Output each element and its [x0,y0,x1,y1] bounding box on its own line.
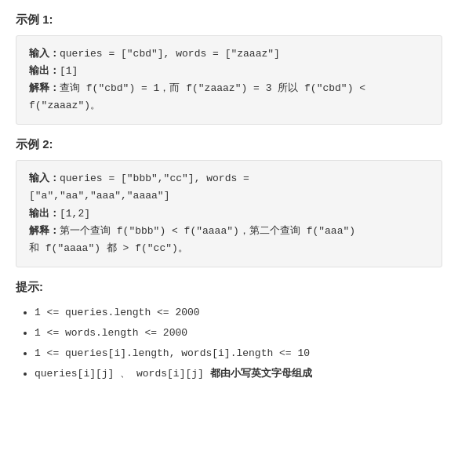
hint-item-2: 1 <= words.length <= 2000 [35,323,442,343]
example1-explain-value: 查询 f("cbd") = 1，而 f("zaaaz") = 3 所以 f("c… [29,82,365,111]
example1-input-value: queries = ["cbd"], words = ["zaaaz"] [60,48,280,60]
example1-output-value: [1] [60,65,78,77]
example2-title: 示例 2: [16,137,442,152]
example2-explain-value: 第一个查询 f("bbb") < f("aaaa")，第二个查询 f("aaa"… [60,225,355,237]
example1-explain-line: 解释：查询 f("cbd") = 1，而 f("zaaaz") = 3 所以 f… [29,80,429,114]
example2-input-value2: ["a","aa","aaa","aaaa"] [29,190,169,202]
hint-item-3: 1 <= queries[i].length, words[i].length … [35,343,442,364]
example1-input-label: 输入： [29,48,60,60]
example2-section: 示例 2: 输入：queries = ["bbb","cc"], words =… [16,137,442,267]
example2-explain-value2: 和 f("aaaa") 都 > f("cc")。 [29,242,188,254]
hints-section: 提示: 1 <= queries.length <= 2000 1 <= wor… [16,280,442,384]
example2-input-line2: ["a","aa","aaa","aaaa"] [29,187,429,205]
example2-box: 输入：queries = ["bbb","cc"], words = ["a",… [16,160,442,267]
example2-explain-line1: 解释：第一个查询 f("bbb") < f("aaaa")，第二个查询 f("a… [29,223,429,240]
example1-explain-label: 解释： [29,82,60,94]
example2-input-label: 输入： [29,173,60,184]
example1-input-line: 输入：queries = ["cbd"], words = ["zaaaz"] [29,45,429,63]
hint-item-1: 1 <= queries.length <= 2000 [35,303,442,323]
example1-title: 示例 1: [16,13,442,27]
example2-input-line1: 输入：queries = ["bbb","cc"], words = [29,170,429,187]
hint-item-4-prefix: queries[i][j] 、 words[i][j] [35,368,210,380]
example1-output-line: 输出：[1] [29,63,429,80]
hint-item-4: queries[i][j] 、 words[i][j] 都由小写英文字母组成 [35,364,442,384]
example2-explain-line2: 和 f("aaaa") 都 > f("cc")。 [29,240,429,257]
example2-output-line: 输出：[1,2] [29,205,429,223]
hint-item-2-text: 1 <= words.length <= 2000 [35,327,187,339]
example1-section: 示例 1: 输入：queries = ["cbd"], words = ["za… [16,13,442,125]
hint-item-3-text: 1 <= queries[i].length, words[i].length … [35,347,310,359]
hints-title: 提示: [16,280,442,295]
hints-list: 1 <= queries.length <= 2000 1 <= words.l… [16,303,442,384]
example2-explain-label: 解释： [29,225,60,237]
example2-input-value: queries = ["bbb","cc"], words = [60,173,249,184]
hint-item-4-bold: 都由小写英文字母组成 [210,368,312,380]
example2-output-value: [1,2] [60,208,90,220]
example1-box: 输入：queries = ["cbd"], words = ["zaaaz"] … [16,35,442,125]
example1-output-label: 输出： [29,65,60,77]
hint-item-1-text: 1 <= queries.length <= 2000 [35,307,200,318]
example2-output-label: 输出： [29,208,60,220]
